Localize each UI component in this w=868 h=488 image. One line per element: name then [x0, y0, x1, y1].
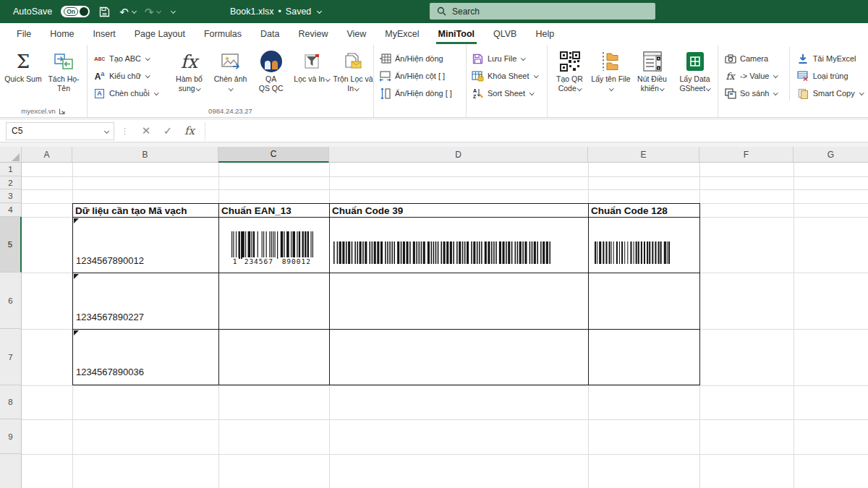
cell-e7[interactable] [588, 329, 700, 385]
so-sanh-label: So sánh [740, 89, 769, 98]
fx-icon: fx [726, 71, 734, 82]
toggle-knob-icon [80, 7, 88, 16]
fx-to-value-button[interactable]: fx -> Value [724, 69, 785, 83]
row-header-1[interactable]: 1 [0, 163, 22, 176]
document-title[interactable]: Book1.xlsx • Saved [230, 0, 321, 23]
tab-qlvb[interactable]: QLVB [484, 23, 526, 45]
autosave-toggle[interactable]: On [61, 6, 90, 17]
so-sanh-button[interactable]: So sánh [724, 86, 785, 100]
tab-myexcel[interactable]: MyExcel [375, 23, 428, 45]
ean13-barcode[interactable]: 1 234567 890012 [231, 231, 313, 271]
row-header-2[interactable]: 2 [0, 176, 22, 189]
cell-b7[interactable]: 1234567890036 [72, 329, 219, 385]
tab-formulas[interactable]: Formulas [195, 23, 251, 45]
an-hien-dong-button[interactable]: Ẩn/Hiện dòng [379, 51, 452, 66]
insert-function-button[interactable]: fx [179, 124, 200, 137]
row-header-4[interactable]: 4 [0, 203, 22, 217]
row-header-3[interactable]: 3 [0, 189, 22, 203]
folders-icon [600, 51, 622, 72]
loc-va-in-button[interactable]: Lọc và In [294, 47, 330, 84]
undo-button[interactable]: ↶ [119, 7, 136, 17]
split-name-icon [54, 52, 74, 71]
tach-ho-ten-button[interactable]: Tách Họ-Tên [43, 47, 84, 93]
cell-c6[interactable] [218, 273, 330, 330]
column-header-f[interactable]: F [699, 147, 793, 163]
redo-button[interactable]: ↷ [145, 7, 161, 17]
column-header-c[interactable]: C [218, 147, 329, 163]
qa-qs-qc-button[interactable]: QAQS QC [252, 47, 291, 93]
tab-insert[interactable]: Insert [84, 23, 125, 45]
cell-c7[interactable] [218, 329, 330, 385]
cancel-button[interactable]: ✕ [135, 124, 157, 137]
row-header-5[interactable]: 5 [0, 217, 22, 273]
chevron-down-icon [577, 86, 582, 90]
code128-barcode[interactable] [595, 241, 670, 264]
chevron-down-icon [154, 90, 158, 95]
ham-bo-sung-button[interactable]: fx Hàm bổ sung [169, 47, 209, 93]
name-box-dropdown-icon [104, 128, 109, 133]
luu-file-button[interactable]: Lưu File [472, 51, 537, 66]
sheet-cells[interactable]: Dữ liệu cần tạo Mã vạch Chuẩn EAN_13 Chu… [22, 163, 868, 488]
tab-file[interactable]: File [7, 23, 41, 45]
tab-data[interactable]: Data [251, 23, 289, 45]
cell-e4[interactable]: Chuẩn Code 128 [588, 203, 700, 218]
lay-ten-file-button[interactable]: Lấy tên File [591, 47, 631, 93]
name-box[interactable]: C5 [6, 122, 114, 140]
tab-view[interactable]: View [337, 23, 375, 45]
enter-button[interactable]: ✓ [157, 124, 179, 137]
dialog-launcher-icon[interactable] [59, 108, 66, 115]
tao-abc-button[interactable]: ABC Tạo ABC [93, 51, 166, 66]
search-input[interactable]: Search [430, 3, 655, 20]
column-header-e[interactable]: E [588, 147, 699, 163]
lay-data-gsheet-button[interactable]: Lấy Data GSheet [673, 47, 717, 93]
chevron-down-icon [660, 86, 664, 90]
kieu-chu-button[interactable]: Aa Kiểu chữ [93, 69, 166, 83]
sort-sheet-label: Sort Sheet [488, 89, 525, 98]
khoa-sheet-button[interactable]: Khóa Sheet [472, 69, 537, 83]
loai-trung-button[interactable]: Loại trùng [797, 69, 868, 83]
tao-qr-code-button[interactable]: Tạo QR Code [549, 47, 591, 93]
row-header-8[interactable]: 8 [0, 385, 22, 419]
qr-code-icon [559, 51, 581, 72]
an-hien-dong-2-button[interactable]: Ẩn/Hiện dòng [ ] [379, 86, 452, 100]
row-header-7[interactable]: 7 [0, 329, 22, 385]
row-header-9[interactable]: 9 [0, 419, 22, 454]
cell-d4[interactable]: Chuẩn Code 39 [329, 203, 589, 218]
cell-d6[interactable] [329, 273, 589, 330]
formula-bar-drag-handle[interactable]: ⋮ [121, 127, 129, 136]
row-header-10[interactable] [0, 454, 22, 488]
cell-b4[interactable]: Dữ liệu cần tạo Mã vạch [72, 203, 219, 218]
cell-b6[interactable]: 1234567890227 [72, 273, 219, 330]
smart-copy-button[interactable]: Smart Copy [797, 86, 868, 100]
sort-sheet-button[interactable]: A Z Sort Sheet [472, 86, 537, 100]
tab-minitool[interactable]: MiniTool [429, 23, 484, 45]
chen-anh-button[interactable]: Chèn ảnh [212, 47, 248, 93]
an-hien-cot-button[interactable]: Ẩn/Hiện cột [ ] [379, 69, 452, 83]
tab-help[interactable]: Help [526, 23, 563, 45]
cell-c4[interactable]: Chuẩn EAN_13 [218, 203, 330, 218]
column-header-g[interactable]: G [793, 147, 868, 163]
tab-review[interactable]: Review [289, 23, 337, 45]
select-all-button[interactable] [0, 147, 22, 163]
nut-dieu-khien-button[interactable]: Nút Điều khiển [631, 47, 673, 93]
row-header-6[interactable]: 6 [0, 273, 22, 329]
cell-b5[interactable]: 1234567890012 [72, 217, 219, 273]
customize-quick-access-button[interactable] [169, 9, 175, 14]
column-header-d[interactable]: D [329, 147, 588, 163]
tai-myexcel-button[interactable]: Tải MyExcel [797, 51, 868, 66]
tab-home[interactable]: Home [41, 23, 83, 45]
tron-loc-va-in-button[interactable]: Trộn Lọc và In [333, 47, 373, 93]
column-header-b[interactable]: B [72, 147, 218, 163]
save-button[interactable] [98, 6, 111, 18]
tab-page-layout[interactable]: Page Layout [125, 23, 195, 45]
quick-sum-button[interactable]: Σ Quick Sum [3, 47, 43, 84]
formula-input[interactable] [205, 122, 868, 140]
camera-button[interactable]: Camera [724, 51, 785, 66]
chen-chuoi-button[interactable]: A Chèn chuỗi [93, 86, 166, 100]
code39-barcode[interactable] [333, 241, 550, 264]
cell-d7[interactable] [329, 329, 589, 385]
font-style-icon: Aa [95, 70, 105, 82]
column-header-a[interactable]: A [22, 147, 72, 163]
lock-sheet-icon [472, 71, 484, 82]
cell-e6[interactable] [588, 273, 700, 330]
